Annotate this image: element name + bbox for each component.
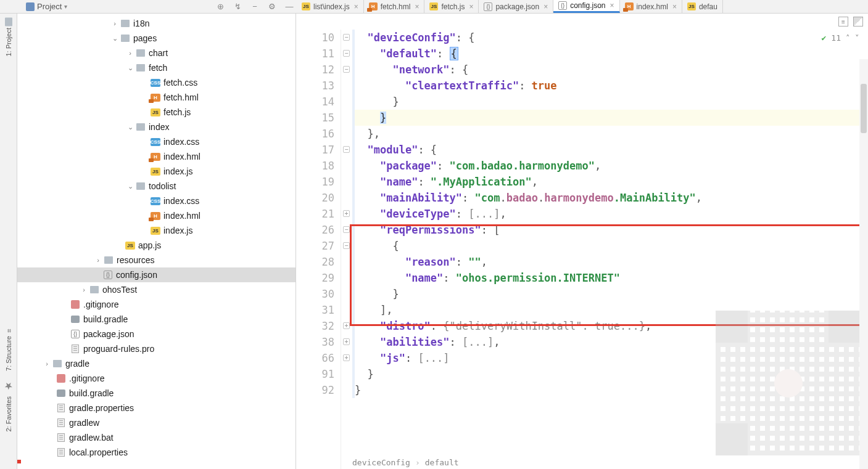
collapse-icon[interactable]: − bbox=[250, 2, 259, 11]
hide-icon[interactable]: — bbox=[285, 2, 294, 11]
tree-folder-chart[interactable]: ›chart bbox=[17, 46, 296, 60]
gear-icon[interactable]: ⚙ bbox=[268, 2, 276, 11]
vertical-scrollbar[interactable] bbox=[859, 59, 868, 469]
qr-watermark bbox=[716, 311, 861, 455]
line-number-gutter: 10 11 12 13 14 15 16 17 18 19 20 21 26 2… bbox=[297, 30, 341, 469]
hml-icon: H bbox=[151, 153, 160, 161]
editor-tab[interactable]: JSfetch.js× bbox=[424, 0, 479, 13]
breadcrumb[interactable]: deviceConfig›default bbox=[352, 455, 459, 469]
code-editor[interactable]: ✔11 ˄ ˅ 10 11 12 13 14 15 16 17 18 19 20… bbox=[297, 30, 868, 469]
tree-file-config-json[interactable]: {}config.json bbox=[17, 267, 296, 282]
fold-icon[interactable]: + bbox=[343, 338, 350, 345]
close-icon[interactable]: × bbox=[672, 2, 677, 11]
text-icon bbox=[72, 345, 79, 353]
tree-file[interactable]: CSSindex.css bbox=[17, 134, 296, 149]
left-tool-strip: 1: Project 7: Structure ⌗ 2: Favorites ★ bbox=[0, 14, 17, 469]
fold-icon[interactable]: + bbox=[343, 322, 350, 329]
editor-tab[interactable]: JSdefau bbox=[682, 0, 723, 13]
close-icon[interactable]: × bbox=[415, 2, 419, 11]
fold-icon[interactable]: − bbox=[343, 226, 350, 233]
tree-file[interactable]: .gitignore bbox=[17, 371, 296, 386]
tree-folder-ohostest[interactable]: ›ohosTest bbox=[17, 282, 296, 297]
close-icon[interactable]: × bbox=[354, 2, 358, 11]
tree-file[interactable]: gradlew bbox=[17, 415, 296, 430]
tree-file[interactable]: build.gradle bbox=[17, 312, 296, 327]
css-icon: CSS bbox=[151, 138, 160, 146]
close-icon[interactable]: × bbox=[469, 2, 473, 11]
fold-icon[interactable]: − bbox=[343, 50, 350, 57]
folder-icon bbox=[136, 64, 145, 71]
hml-icon: H bbox=[625, 2, 634, 10]
hml-icon: H bbox=[151, 212, 160, 220]
chevron-down-icon: ▾ bbox=[64, 3, 67, 10]
tab-project[interactable]: 1: Project bbox=[3, 15, 14, 60]
tree-folder-fetch[interactable]: ⌄fetch bbox=[17, 60, 296, 75]
editor-tab[interactable]: {}package.json× bbox=[479, 0, 553, 13]
tree-file[interactable]: gradlew.bat bbox=[17, 430, 296, 445]
tree-folder-i18n[interactable]: ›i18n bbox=[17, 16, 296, 31]
tree-file[interactable]: {}package.json bbox=[17, 327, 296, 341]
editor-tab[interactable]: Hfetch.hml× bbox=[364, 0, 425, 13]
tab-structure[interactable]: 7: Structure ⌗ bbox=[4, 324, 14, 375]
fold-icon[interactable]: − bbox=[343, 242, 350, 249]
scrollbar-thumb[interactable] bbox=[861, 84, 867, 133]
tree-file[interactable]: Hindex.hml bbox=[17, 208, 296, 223]
structure-icon: ⌗ bbox=[5, 327, 12, 334]
editor-tab[interactable]: Hindex.hml× bbox=[620, 0, 682, 13]
fold-icon[interactable]: + bbox=[343, 354, 350, 361]
fold-icon[interactable]: + bbox=[343, 210, 350, 217]
preview-icon[interactable] bbox=[853, 17, 863, 27]
text-icon bbox=[57, 433, 65, 442]
folder-icon bbox=[90, 286, 99, 293]
project-selector[interactable]: Project ▾ bbox=[26, 2, 67, 11]
tree-file[interactable]: gradle.properties bbox=[17, 401, 296, 415]
folder-icon bbox=[104, 256, 113, 264]
tree-folder-gradle[interactable]: ›gradle bbox=[17, 356, 296, 371]
tree-file[interactable]: JSfetch.js bbox=[17, 105, 296, 120]
js-icon: JS bbox=[151, 227, 160, 235]
close-icon[interactable]: × bbox=[610, 1, 614, 10]
tab-favorites[interactable]: 2: Favorites ★ bbox=[1, 377, 15, 436]
sync-icon[interactable]: ↯ bbox=[233, 2, 242, 11]
tree-file[interactable]: CSSfetch.css bbox=[17, 75, 296, 90]
tree-folder-resources[interactable]: ›resources bbox=[17, 253, 296, 267]
fold-gutter: − − − − + − − + + + bbox=[341, 30, 352, 469]
editor-tab-active[interactable]: {}config.json× bbox=[553, 0, 619, 13]
js-icon: JS bbox=[687, 2, 696, 10]
folder-icon bbox=[136, 123, 145, 131]
target-icon[interactable]: ⊕ bbox=[216, 2, 225, 11]
tree-file[interactable]: JSindex.js bbox=[17, 164, 296, 179]
tree-file[interactable]: CSSindex.css bbox=[17, 194, 296, 208]
toolbar-mid-icons: ⊕ ↯ − ⚙ — bbox=[216, 2, 294, 11]
tree-file[interactable]: local.properties bbox=[17, 445, 296, 460]
text-icon bbox=[57, 448, 65, 457]
project-tree-panel: ›i18n ⌄pages ›chart ⌄fetch CSSfetch.css … bbox=[17, 14, 296, 469]
fold-icon[interactable]: − bbox=[343, 66, 350, 73]
editor-area: JSlist\index.js× Hfetch.hml× JSfetch.js×… bbox=[297, 0, 868, 469]
gradle-icon bbox=[57, 389, 65, 397]
editor-tab-bar: JSlist\index.js× Hfetch.hml× JSfetch.js×… bbox=[297, 0, 868, 14]
list-view-icon[interactable]: ≡ bbox=[838, 17, 848, 27]
folder-icon bbox=[136, 49, 145, 57]
gitignore-icon bbox=[71, 300, 80, 309]
editor-tab[interactable]: JSlist\index.js× bbox=[297, 0, 364, 13]
fold-icon[interactable]: − bbox=[343, 146, 350, 153]
tree-file[interactable]: JSapp.js bbox=[17, 238, 296, 253]
tree-file[interactable]: build.gradle bbox=[17, 386, 296, 401]
tree-file[interactable]: .gitignore bbox=[17, 297, 296, 312]
tree-file[interactable]: proguard-rules.pro bbox=[17, 341, 296, 356]
fold-icon[interactable]: − bbox=[343, 34, 350, 41]
css-icon: CSS bbox=[151, 197, 160, 205]
folder-icon bbox=[5, 18, 12, 27]
folder-icon bbox=[53, 360, 62, 367]
json-icon: {} bbox=[71, 330, 80, 338]
tree-file[interactable]: Hfetch.hml bbox=[17, 90, 296, 105]
project-tree[interactable]: ›i18n ⌄pages ›chart ⌄fetch CSSfetch.css … bbox=[17, 14, 296, 460]
js-icon: JS bbox=[151, 108, 160, 116]
tree-folder-todolist[interactable]: ⌄todolist bbox=[17, 179, 296, 194]
close-icon[interactable]: × bbox=[544, 2, 548, 11]
tree-folder-index[interactable]: ⌄index bbox=[17, 120, 296, 134]
tree-file[interactable]: JSindex.js bbox=[17, 223, 296, 238]
tree-file[interactable]: Hindex.hml bbox=[17, 149, 296, 164]
tree-folder-pages[interactable]: ⌄pages bbox=[17, 31, 296, 46]
